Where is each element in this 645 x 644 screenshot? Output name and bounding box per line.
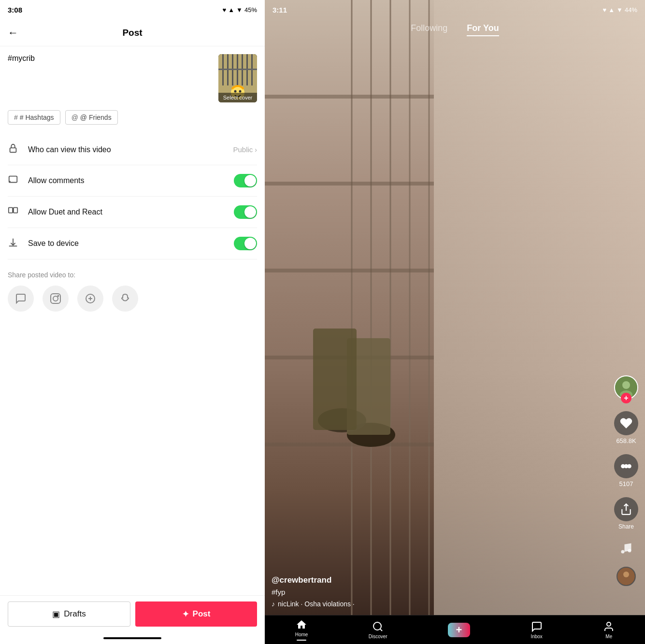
nav-me-label: Me: [605, 634, 612, 639]
video-song: ♪ nicLink · Osha violations ·: [272, 600, 606, 608]
music-avatar[interactable]: [616, 567, 636, 586]
follow-plus-button[interactable]: +: [621, 393, 631, 403]
select-cover-label[interactable]: Select cover: [218, 93, 257, 102]
svg-rect-14: [9, 207, 13, 213]
at-icon: @: [72, 114, 78, 121]
share-message-button[interactable]: [8, 286, 34, 312]
status-time-left: 3:08: [8, 6, 22, 14]
video-thumbnail[interactable]: Select cover: [218, 54, 257, 102]
svg-rect-8: [218, 69, 257, 70]
share-snapchat-button[interactable]: [112, 286, 138, 312]
hashtag-label: # Hashtags: [20, 114, 54, 121]
allow-duet-toggle[interactable]: [234, 205, 257, 219]
hashtag-button[interactable]: # # Hashtags: [8, 110, 60, 125]
status-time-right: 3:11: [272, 6, 287, 14]
music-note-icon: [617, 540, 635, 557]
post-label: Post: [193, 609, 211, 619]
chevron-icon: ›: [255, 146, 257, 154]
video-hashtag: #fyp: [272, 588, 606, 596]
allow-comments-row: Allow comments: [8, 165, 257, 197]
music-button[interactable]: [617, 540, 635, 557]
home-icon: [296, 619, 307, 630]
svg-point-42: [621, 550, 625, 554]
share-icons-row: [8, 286, 257, 312]
status-bar-left: 3:08 ♥ ▲ ▼ 45%: [0, 0, 265, 19]
hash-icon: #: [14, 114, 18, 121]
status-icons-left: ♥ ▲ ▼ 45%: [223, 6, 258, 14]
nav-home-label: Home: [295, 632, 308, 637]
allow-duet-label: Allow Duet and React: [28, 208, 234, 216]
allow-comments-toggle[interactable]: [234, 174, 257, 187]
me-icon: [603, 621, 615, 632]
tab-for-you[interactable]: For You: [467, 23, 499, 36]
friends-label: @ Friends: [80, 114, 112, 121]
video-username: @crewbertrand: [272, 575, 606, 585]
post-icon: ✦: [182, 609, 189, 619]
caption-row: #mycrib: [8, 54, 257, 102]
svg-point-37: [622, 381, 630, 389]
video-background: [265, 0, 645, 615]
svg-rect-35: [313, 329, 357, 430]
avatar-container[interactable]: +: [614, 375, 638, 400]
drafts-label: Drafts: [64, 609, 86, 619]
who-can-view-label: Who can view this video: [28, 145, 233, 154]
content-area: #mycrib: [0, 46, 265, 595]
back-button[interactable]: ←: [8, 27, 18, 39]
save-device-row: Save to device: [8, 228, 257, 259]
bluetooth-icon: ♥: [223, 6, 227, 14]
svg-rect-12: [10, 148, 16, 152]
comment-button[interactable]: 5107: [614, 454, 638, 487]
home-indicator-left: [0, 632, 265, 644]
svg-point-43: [628, 549, 631, 552]
nav-discover[interactable]: Discover: [369, 621, 387, 639]
allow-comments-label: Allow comments: [28, 176, 234, 185]
svg-point-47: [607, 622, 611, 626]
staircase-svg: [265, 0, 645, 615]
song-music-icon: ♪: [272, 600, 275, 608]
share-tiktok-button[interactable]: [77, 286, 103, 312]
save-device-toggle[interactable]: [234, 237, 257, 250]
lock-icon: [8, 143, 21, 156]
who-can-view-value: Public: [233, 145, 253, 154]
battery-right: 44%: [625, 6, 637, 14]
post-button[interactable]: ✦ Post: [135, 601, 257, 627]
svg-rect-16: [51, 294, 60, 303]
svg-rect-15: [14, 207, 17, 213]
who-can-view-row[interactable]: Who can view this video Public ›: [8, 134, 257, 165]
save-device-label: Save to device: [28, 239, 234, 248]
action-buttons: + 658.8K 5107: [614, 375, 638, 586]
caption-input[interactable]: #mycrib: [8, 54, 213, 93]
friends-button[interactable]: @ @ Friends: [65, 110, 118, 125]
home-bar: [103, 637, 161, 639]
wifi-icon: ▼: [236, 6, 243, 14]
bottom-buttons: ▣ Drafts ✦ Post: [0, 595, 265, 632]
like-button[interactable]: 658.8K: [614, 411, 638, 444]
signal-icon: ▲: [228, 6, 234, 14]
music-avatar-circle: [616, 567, 636, 586]
status-bar-right: 3:11 ♥ ▲ ▼ 44%: [265, 0, 645, 19]
share-label: Share posted video to:: [8, 271, 257, 279]
nav-inbox[interactable]: Inbox: [530, 621, 542, 639]
nav-home[interactable]: Home: [295, 619, 308, 641]
share-label-right: Share: [618, 523, 634, 530]
comment-bubble-icon: [614, 454, 638, 478]
tab-following[interactable]: Following: [411, 23, 447, 36]
svg-point-17: [53, 296, 58, 301]
comment-icon: [8, 174, 21, 187]
tiktok-tabs: Following For You: [265, 19, 645, 40]
share-button[interactable]: Share: [614, 497, 638, 530]
discover-icon: [372, 621, 384, 632]
nav-me[interactable]: Me: [603, 621, 615, 639]
download-icon: [8, 237, 21, 250]
comments-count: 5107: [619, 480, 633, 487]
status-icons-right: ♥ ▲ ▼ 44%: [603, 6, 638, 14]
tag-buttons: # # Hashtags @ @ Friends: [8, 110, 257, 125]
wifi-icon-right: ▼: [616, 6, 623, 14]
svg-point-11: [239, 90, 242, 93]
nav-add[interactable]: +: [448, 623, 470, 637]
drafts-button[interactable]: ▣ Drafts: [8, 601, 130, 627]
share-instagram-button[interactable]: [43, 286, 69, 312]
add-plus-button[interactable]: +: [448, 623, 470, 637]
svg-point-45: [623, 572, 629, 577]
share-section: Share posted video to:: [8, 271, 257, 316]
